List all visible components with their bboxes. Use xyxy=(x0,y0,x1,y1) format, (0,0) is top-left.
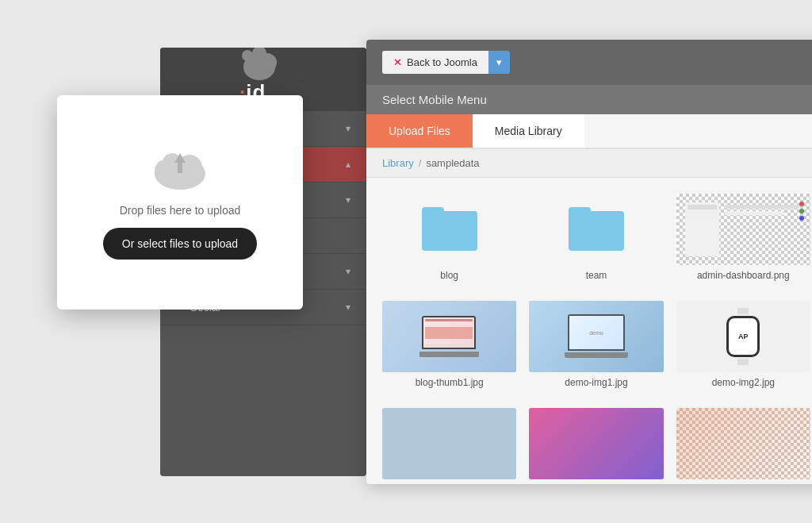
svg-point-3 xyxy=(242,50,253,61)
back-dropdown-button[interactable]: ▾ xyxy=(488,51,510,74)
dropdown-arrow-icon: ▾ xyxy=(496,56,502,68)
select-mobile-menu-bar: Select Mobile Menu xyxy=(366,85,812,114)
breadcrumb-current: sampledata xyxy=(426,157,479,169)
chevron-down-icon: ▾ xyxy=(346,302,350,313)
media-item-label: blog-thumb1.jpg xyxy=(416,377,484,388)
media-item-demo-img2[interactable]: AP demo-img2.jpg xyxy=(676,301,810,395)
upload-card: Drop files here to upload Or select file… xyxy=(57,95,303,310)
media-item-partial-3[interactable] xyxy=(676,408,810,483)
media-thumbnail xyxy=(382,408,516,479)
breadcrumb-library-link[interactable]: Library xyxy=(382,157,414,169)
select-files-button[interactable]: Or select files to upload xyxy=(103,228,257,260)
breadcrumb-separator: / xyxy=(419,157,422,169)
tabs-bar: Upload Files Media Library xyxy=(366,114,812,149)
tab-media-library[interactable]: Media Library xyxy=(473,114,584,148)
upload-cloud-icon xyxy=(148,145,212,193)
media-grid: blog team xyxy=(366,178,812,484)
media-item-blog-thumb1[interactable]: blog-thumb1.jpg xyxy=(382,301,516,395)
media-thumbnail xyxy=(676,408,810,479)
media-item-team-folder[interactable]: team xyxy=(529,194,663,288)
chevron-down-icon: ▾ xyxy=(346,194,350,206)
tab-upload-files[interactable]: Upload Files xyxy=(366,114,473,148)
media-item-blog-folder[interactable]: blog xyxy=(382,194,516,288)
media-thumbnail: AP xyxy=(676,301,810,372)
media-item-partial-2[interactable] xyxy=(529,408,663,483)
media-thumbnail xyxy=(529,408,663,479)
media-item-label: blog xyxy=(440,270,458,281)
media-item-admin-dashboard[interactable]: admin-dashboard.png xyxy=(676,194,810,288)
media-item-label: team xyxy=(586,270,607,281)
joomla-icon: ✕ xyxy=(393,56,402,68)
main-panel: ✕ Back to Joomla ▾ Select Mobile Menu Up… xyxy=(366,40,812,484)
back-to-joomla-button[interactable]: ✕ Back to Joomla xyxy=(382,51,488,74)
breadcrumb: Library / sampledata xyxy=(366,149,812,178)
back-button-group: ✕ Back to Joomla ▾ xyxy=(382,51,510,74)
chevron-down-icon: ▾ xyxy=(346,266,350,277)
media-item-label: demo-img2.jpg xyxy=(712,377,775,388)
media-thumbnail: demo xyxy=(529,301,663,372)
media-item-partial-1[interactable] xyxy=(382,408,516,483)
drop-files-text: Drop files here to upload xyxy=(120,204,241,217)
folder-icon xyxy=(569,207,624,251)
chevron-up-icon: ▴ xyxy=(346,159,350,170)
media-item-label: admin-dashboard.png xyxy=(697,270,790,281)
folder-icon xyxy=(422,207,477,251)
media-thumbnail xyxy=(382,301,516,372)
main-header: ✕ Back to Joomla ▾ xyxy=(366,40,812,85)
media-item-label: demo-img1.jpg xyxy=(565,377,627,388)
chevron-down-icon: ▾ xyxy=(346,123,350,134)
media-item-demo-img1[interactable]: demo demo-img1.jpg xyxy=(529,301,663,395)
media-thumbnail xyxy=(676,194,810,265)
